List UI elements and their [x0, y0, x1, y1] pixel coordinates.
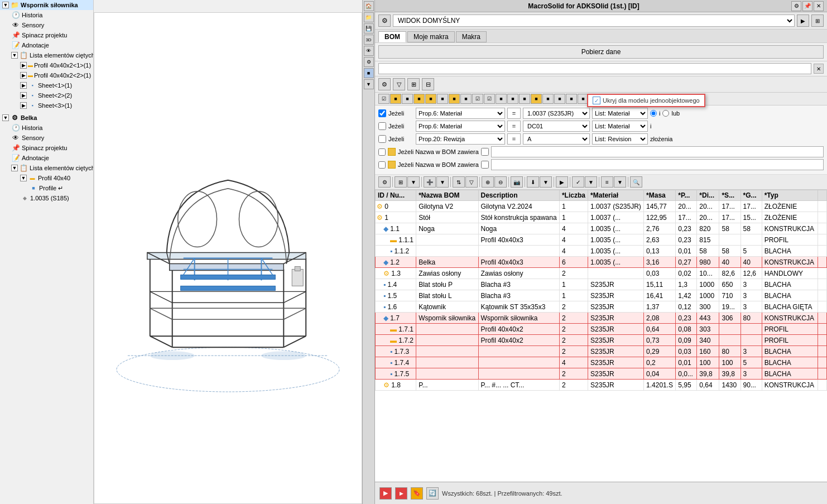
- bom-check1[interactable]: [378, 148, 386, 156]
- th-masa[interactable]: *Masa: [644, 190, 676, 201]
- filter-funnel-btn[interactable]: ▽: [393, 78, 405, 90]
- table-row[interactable]: ⚙ 1.8 P... P... #... ... CT... 2 S235JR …: [376, 380, 827, 391]
- table-row[interactable]: ▪ 1.7.4 4 S235JR 0,2 0,01 100 100 5 BLAC…: [376, 357, 827, 368]
- th-id[interactable]: ID / Nu...: [376, 190, 416, 201]
- tree-item-historia1[interactable]: 🕐 Historia: [0, 10, 93, 20]
- col-btn-6[interactable]: ■: [437, 94, 448, 104]
- filter1-value[interactable]: 1.0037 (S235JR): [523, 108, 590, 119]
- tbl-btn-filter[interactable]: ▽: [465, 176, 478, 188]
- tbl-btn-expand[interactable]: ⊕: [482, 176, 494, 188]
- tree-item-spinacz2[interactable]: 📌 Spinacz projektu: [0, 143, 93, 153]
- filter1-list[interactable]: List: Materiał: [592, 108, 648, 119]
- table-row[interactable]: ◆ 1.7 Wspornik siłownika Wspornik siłown…: [376, 313, 827, 324]
- tbl-btn-down3[interactable]: ▼: [540, 176, 552, 188]
- col-btn-12[interactable]: ■: [507, 94, 518, 104]
- table-row[interactable]: ▪ 1.1.2 4 1.0035 (... 0,13 0,01 58 58 5 …: [376, 246, 827, 257]
- view-icon-btn2[interactable]: ⊞: [811, 15, 824, 27]
- table-row[interactable]: ▪ 1.5 Blat stołu L Blacha #3 1 S235JR 16…: [376, 290, 827, 301]
- th-material[interactable]: *Materiał: [588, 190, 644, 201]
- filter-table-btn[interactable]: ⊞: [407, 78, 420, 90]
- filter-extra-btn[interactable]: ⊟: [422, 78, 434, 90]
- side-btn-view[interactable]: 👁: [364, 46, 374, 56]
- tbl-btn-grid[interactable]: ⊞: [395, 176, 407, 188]
- filter1-prop[interactable]: Prop.6: Materiał: [416, 108, 505, 119]
- expand-sheet2[interactable]: ▶: [20, 92, 27, 99]
- filter-settings-btn[interactable]: ⚙: [378, 78, 391, 90]
- tree-item-mat1[interactable]: ◆ 1.0035 (S185): [0, 193, 93, 203]
- expand-sheet1[interactable]: ▶: [20, 82, 27, 89]
- tree-item-lista1[interactable]: ▼ 📋 Lista elementów ciętych: [0, 50, 93, 60]
- col-btn-16[interactable]: ■: [554, 94, 565, 104]
- bom-check1b[interactable]: [481, 148, 489, 156]
- side-btn-home[interactable]: 🏠: [364, 1, 374, 11]
- side-btn-3d[interactable]: 3D: [364, 35, 374, 45]
- tbl-btn-search[interactable]: 🔍: [630, 176, 642, 188]
- col-btn-10[interactable]: ☑: [484, 94, 495, 104]
- col-btn-11[interactable]: ■: [496, 94, 507, 104]
- table-row[interactable]: ⚙ 1 Stół Stół konstrukcja spawana 1 1.00…: [376, 212, 827, 223]
- col-btn-4[interactable]: ■: [414, 94, 425, 104]
- table-row[interactable]: ◆ 1.1 Noga Noga 4 1.0035 (... 2,76 0,23 …: [376, 223, 827, 234]
- close-btn[interactable]: ✕: [814, 1, 824, 11]
- th-s[interactable]: *S...: [719, 190, 741, 201]
- table-row[interactable]: ▪ 1.4 Blat stołu P Blacha #3 1 S235JR 15…: [376, 279, 827, 290]
- filter1-radio-i[interactable]: [650, 110, 657, 117]
- tree-item-spinacz1[interactable]: 📌 Spinacz projektu: [0, 30, 93, 40]
- tbl-btn-export[interactable]: ⬇: [527, 176, 539, 188]
- bottom-btn-sync[interactable]: 🔄: [426, 487, 439, 500]
- table-row[interactable]: ▬ 1.1.1 Profil 40x40x3 4 1.0035 (... 2,6…: [376, 234, 827, 246]
- table-row[interactable]: ▬ 1.7.2 Profil 40x40x2 2 S235JR 0,73 0,0…: [376, 335, 827, 346]
- tree-item-adnotacje2[interactable]: 📝 Adnotacje: [0, 153, 93, 163]
- table-row[interactable]: ▬ 1.7.1 Profil 40x40x2 2 S235JR 0,64 0,0…: [376, 324, 827, 335]
- tbl-btn-down5[interactable]: ▼: [614, 176, 626, 188]
- tree-item-sheet3[interactable]: ▶ ▪ Sheet<3>(1): [0, 100, 93, 111]
- tree-item-historia2[interactable]: 🕐 Historia: [0, 123, 93, 133]
- col-btn-14[interactable]: ■: [531, 94, 542, 104]
- col-btn-17[interactable]: ■: [566, 94, 577, 104]
- tbl-btn-camera[interactable]: 📷: [511, 176, 523, 188]
- tree-item-sheet2[interactable]: ▶ ▪ Sheet<2>(2): [0, 90, 93, 100]
- side-btn-settings[interactable]: ⚙: [364, 57, 374, 67]
- bom-check2b[interactable]: [481, 161, 489, 169]
- search-clear-btn[interactable]: ✕: [814, 64, 824, 74]
- col-btn-13[interactable]: ■: [519, 94, 530, 104]
- tbl-btn-collapse[interactable]: ⊖: [494, 176, 507, 188]
- tree-item-adnotacje1[interactable]: 📝 Adnotacje: [0, 40, 93, 50]
- view-dropdown[interactable]: WIDOK DOMYŚLNY: [393, 15, 795, 27]
- filter2-value[interactable]: DC01: [523, 121, 590, 132]
- pin-btn[interactable]: 📌: [802, 1, 812, 11]
- side-btn-down[interactable]: ▼: [364, 79, 374, 89]
- tree-item-sensory1[interactable]: 👁 Sensory: [0, 20, 93, 30]
- search-input[interactable]: [378, 63, 811, 74]
- bom-check2[interactable]: [378, 161, 386, 169]
- table-row[interactable]: ⚙ 1.3 Zawias osłony Zawias osłony 2 0,03…: [376, 268, 827, 279]
- table-row[interactable]: ◆ 1.2 Belka Profil 40x40x3 6 1.0035 (...…: [376, 257, 827, 268]
- bottom-btn-1[interactable]: ▶: [379, 487, 392, 500]
- bom-input1[interactable]: [491, 146, 824, 157]
- tbl-btn-play[interactable]: ▶: [556, 176, 568, 188]
- col-btn-7[interactable]: ■: [449, 94, 460, 104]
- tab-bom[interactable]: BOM: [378, 31, 406, 42]
- filter1-checkbox[interactable]: [378, 109, 386, 117]
- tree-item-profil3[interactable]: ▼ ▬ Profil 40x40: [0, 173, 93, 183]
- tree-item-profil1[interactable]: ▶ ▬ Profil 40x40x2<1>(1): [0, 60, 93, 70]
- filter3-value[interactable]: A: [523, 133, 590, 145]
- tree-item-lista2[interactable]: ▼ 📋 Lista elementów ciętych: [0, 163, 93, 173]
- th-g[interactable]: *G...: [741, 190, 762, 201]
- filter2-op[interactable]: [507, 121, 521, 132]
- filter3-list[interactable]: List: Revision: [592, 133, 648, 145]
- col-btn-9[interactable]: ☑: [472, 94, 483, 104]
- bottom-btn-3[interactable]: 🔖: [411, 487, 423, 500]
- tbl-btn-sort[interactable]: ⇅: [453, 176, 465, 188]
- table-area[interactable]: ID / Nu... *Nazwa BOM Description *Liczb…: [375, 190, 827, 482]
- side-btn-save[interactable]: 💾: [364, 23, 374, 33]
- tree-item-sheet1[interactable]: ▶ ▪ Sheet<1>(1): [0, 80, 93, 90]
- ukryj-checkbox[interactable]: ✓: [593, 97, 600, 104]
- tbl-btn-down[interactable]: ▼: [407, 176, 420, 188]
- th-liczba[interactable]: *Liczba: [559, 190, 588, 201]
- col-btn-5[interactable]: ■: [425, 94, 436, 104]
- expand-belka[interactable]: ▼: [2, 114, 9, 121]
- tbl-btn-check[interactable]: ✓: [572, 176, 584, 188]
- tbl-btn-layers[interactable]: ≡: [601, 176, 613, 188]
- bottom-btn-yt[interactable]: ▶: [395, 487, 407, 500]
